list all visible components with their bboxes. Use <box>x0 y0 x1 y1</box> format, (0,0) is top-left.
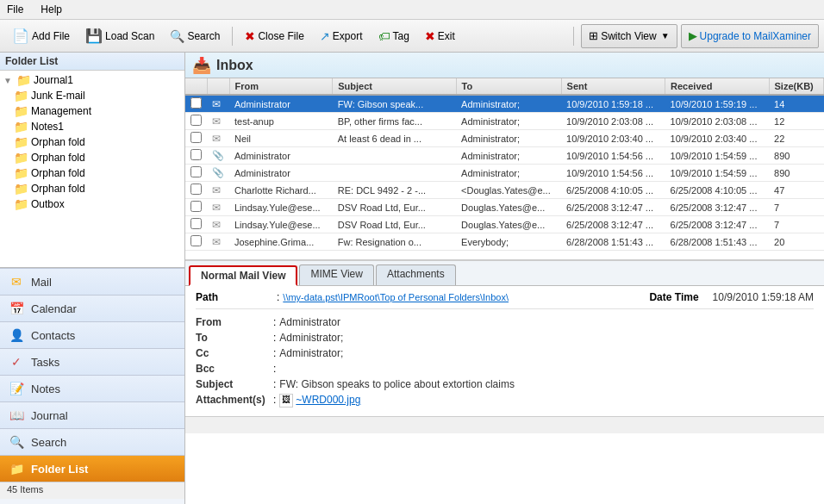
menu-file[interactable]: File <box>3 2 27 17</box>
bcc-label: Bcc <box>196 363 273 375</box>
toolbar-separator-2 <box>573 27 574 46</box>
email-size: 890 <box>769 147 823 165</box>
sidebar-item-notes[interactable]: 📝 Notes <box>0 375 184 401</box>
inbox-title: Inbox <box>216 58 253 73</box>
folder-item-orphan4[interactable]: 📁 Orphan fold <box>0 181 184 196</box>
path-value[interactable]: \\my-data.pst\IPMRoot\Top of Personal Fo… <box>283 292 649 302</box>
exit-button[interactable]: ✖ Exit <box>418 24 462 48</box>
tab-attachments[interactable]: Attachments <box>376 264 456 285</box>
export-button[interactable]: ↗ Export <box>313 24 370 48</box>
content-area: 📥 Inbox From Subject To Sent Received <box>185 53 824 504</box>
email-checkbox[interactable] <box>190 218 202 229</box>
email-to: Administrator; <box>456 95 561 113</box>
folder-item-outbox[interactable]: 📁 Outbox <box>0 196 184 212</box>
table-row[interactable]: ✉Josephine.Grima...Fw: Resignation o...E… <box>185 233 824 251</box>
email-sent: 10/9/2010 1:59:18 ... <box>561 95 665 113</box>
search-nav-icon: 🔍 <box>9 434 24 450</box>
email-checkbox[interactable] <box>190 149 202 160</box>
menu-help[interactable]: Help <box>37 2 66 17</box>
email-checkbox[interactable] <box>190 201 202 212</box>
email-envelope-icon: ✉ <box>212 219 221 231</box>
sidebar-item-journal[interactable]: 📖 Journal <box>0 401 184 428</box>
col-header-from[interactable]: From <box>229 78 333 95</box>
email-table: From Subject To Sent Received Size(KB) ✉… <box>185 78 824 251</box>
sidebar-item-folder-list-label: Folder List <box>31 463 88 476</box>
email-to: Administrator; <box>456 130 561 147</box>
close-file-button[interactable]: ✖ Close File <box>238 24 310 48</box>
col-header-received[interactable]: Received <box>665 78 769 95</box>
col-header-subject[interactable]: Subject <box>333 78 456 95</box>
folder-item-junk[interactable]: 📁 Junk E-mail <box>0 88 184 103</box>
sidebar-item-folder-list[interactable]: 📁 Folder List <box>0 455 184 482</box>
tab-normal-mail[interactable]: Normal Mail View <box>189 265 297 286</box>
tag-button[interactable]: 🏷 Tag <box>371 24 416 48</box>
sidebar-item-search[interactable]: 🔍 Search <box>0 428 184 455</box>
folder-tree[interactable]: ▼ 📁 Journal1 📁 Junk E-mail 📁 Management … <box>0 71 184 266</box>
col-header-icon[interactable] <box>207 78 229 95</box>
cc-label: Cc <box>196 347 273 359</box>
sidebar-item-notes-label: Notes <box>31 383 60 395</box>
table-row[interactable]: ✉AdministratorFW: Gibson speak...Adminis… <box>185 95 824 113</box>
upgrade-button[interactable]: ▶ Upgrade to MailXaminer <box>681 24 819 48</box>
email-icon-cell: ✉ <box>207 233 229 251</box>
email-size: 7 <box>769 216 823 233</box>
table-row[interactable]: 📎AdministratorAdministrator;10/9/2010 1:… <box>185 147 824 165</box>
email-received: 10/9/2010 2:03:40 ... <box>665 130 769 147</box>
sidebar-item-contacts-label: Contacts <box>31 329 75 342</box>
sidebar-item-calendar[interactable]: 📅 Calendar <box>0 295 184 321</box>
add-file-button[interactable]: 📄 Add File <box>5 24 77 48</box>
email-size: 7 <box>769 199 823 216</box>
attachments-value[interactable]: ~WRD000.jpg <box>296 394 814 406</box>
sidebar-item-tasks[interactable]: ✓ Tasks <box>0 348 184 375</box>
exit-label: Exit <box>438 30 455 42</box>
upgrade-icon: ▶ <box>689 29 697 42</box>
email-from: Lindsay.Yule@ese... <box>229 216 333 233</box>
folder-icon: 📁 <box>14 120 28 134</box>
email-subject: RE: DCL 9492 - 2 -... <box>333 182 456 199</box>
folder-label: Notes1 <box>31 121 64 133</box>
folder-icon: 📁 <box>14 151 28 165</box>
email-checkbox[interactable] <box>190 166 202 177</box>
email-checkbox[interactable] <box>190 115 202 126</box>
close-file-label: Close File <box>258 30 303 42</box>
notes-icon: 📝 <box>9 381 24 396</box>
folder-item-notes1[interactable]: 📁 Notes1 <box>0 119 184 134</box>
folder-item-orphan2[interactable]: 📁 Orphan fold <box>0 150 184 165</box>
tab-mime[interactable]: MIME View <box>299 264 373 285</box>
email-preview-section: Normal Mail View MIME View Attachments P… <box>185 259 824 433</box>
folder-item-orphan3[interactable]: 📁 Orphan fold <box>0 165 184 181</box>
table-row[interactable]: 📎AdministratorAdministrator;10/9/2010 1:… <box>185 165 824 182</box>
table-row[interactable]: ✉NeilAt least 6 dead in ...Administrator… <box>185 130 824 147</box>
folder-label: Junk E-mail <box>31 90 85 102</box>
email-received: 6/25/2008 3:12:47 ... <box>665 216 769 233</box>
folder-item-management[interactable]: 📁 Management <box>0 103 184 119</box>
col-header-to[interactable]: To <box>456 78 561 95</box>
email-checkbox[interactable] <box>190 184 202 195</box>
sidebar-item-mail[interactable]: ✉ Mail <box>0 268 184 295</box>
switch-view-button[interactable]: ⊞ Switch View ▼ <box>581 24 677 48</box>
path-colon: : <box>277 291 279 303</box>
col-header-size[interactable]: Size(KB) <box>769 78 823 95</box>
table-row[interactable]: ✉test-anupBP, other firms fac...Administ… <box>185 113 824 130</box>
folder-item-orphan1[interactable]: 📁 Orphan fold <box>0 134 184 150</box>
load-scan-button[interactable]: 💾 Load Scan <box>78 24 161 48</box>
mail-icon: ✉ <box>9 274 24 289</box>
email-received: 10/9/2010 2:03:08 ... <box>665 113 769 130</box>
email-checkbox[interactable] <box>190 235 202 246</box>
sidebar-item-contacts[interactable]: 👤 Contacts <box>0 321 184 348</box>
folder-item-journal1[interactable]: ▼ 📁 Journal1 <box>0 72 184 88</box>
col-header-check[interactable] <box>185 78 207 95</box>
table-row[interactable]: ✉Lindsay.Yule@ese...DSV Road Ltd, Eur...… <box>185 199 824 216</box>
folder-label: Orphan fold <box>31 136 85 148</box>
email-checkbox[interactable] <box>190 132 202 143</box>
table-scroll-wrapper[interactable]: From Subject To Sent Received Size(KB) ✉… <box>185 78 824 259</box>
email-checkbox[interactable] <box>190 97 202 109</box>
search-button[interactable]: 🔍 Search <box>163 24 227 48</box>
email-received: 10/9/2010 1:59:19 ... <box>665 95 769 113</box>
table-row[interactable]: ✉Lindsay.Yule@ese...DSV Road Ltd, Eur...… <box>185 216 824 233</box>
table-row[interactable]: ✉Charlotte Richard...RE: DCL 9492 - 2 -.… <box>185 182 824 199</box>
email-icon-cell: ✉ <box>207 182 229 199</box>
col-header-sent[interactable]: Sent <box>561 78 665 95</box>
upgrade-label: Upgrade to MailXaminer <box>700 30 811 42</box>
inbox-icon: 📥 <box>192 56 211 75</box>
